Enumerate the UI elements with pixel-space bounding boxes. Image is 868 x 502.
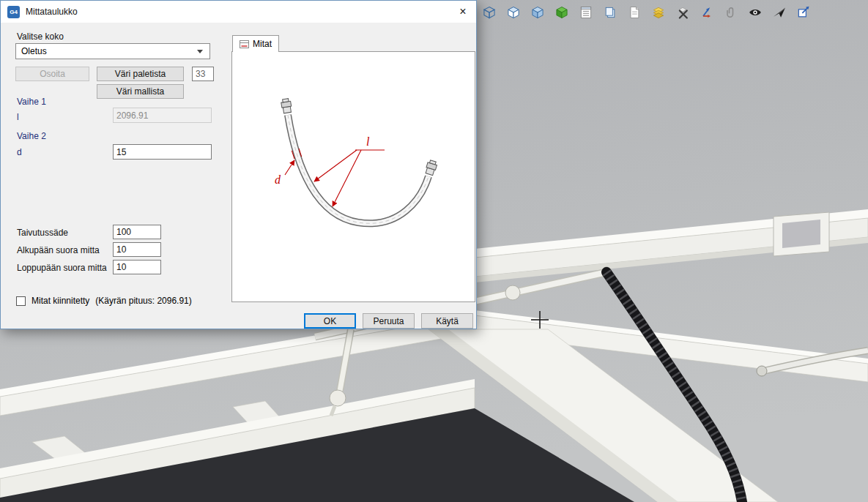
dimensions-locked-label: Mitat kiinnitetty bbox=[31, 296, 89, 306]
parts-list-icon[interactable] bbox=[577, 4, 595, 21]
coordinate-axis-icon[interactable] bbox=[698, 4, 716, 21]
mitat-tab-icon bbox=[240, 40, 249, 49]
shaded-box-icon[interactable] bbox=[505, 4, 522, 21]
bend-radius-field[interactable] bbox=[113, 225, 161, 239]
length-dimension-label: l bbox=[366, 135, 370, 148]
vaihe1-field-label: l bbox=[17, 112, 19, 122]
vari-mallista-button[interactable]: Väri mallista bbox=[97, 84, 184, 99]
attachment-icon[interactable] bbox=[722, 4, 740, 21]
osoita-button[interactable]: Osoita bbox=[15, 67, 89, 81]
size-dropdown[interactable]: Oletus bbox=[15, 43, 210, 59]
valitse-koko-label: Valitse koko bbox=[17, 31, 64, 42]
tab-mitat-label: Mitat bbox=[253, 39, 272, 49]
curve-length-note: (Käyrän pituus: 2096.91) bbox=[95, 296, 191, 306]
close-button[interactable]: × bbox=[450, 1, 476, 23]
dialog-title: Mittataulukko bbox=[26, 7, 78, 17]
app-icon: G4 bbox=[7, 6, 20, 18]
vaihe2-label: Vaihe 2 bbox=[17, 131, 46, 141]
main-toolbar bbox=[481, 4, 812, 21]
diameter-dimension-label: d bbox=[275, 173, 281, 186]
start-straight-field[interactable] bbox=[113, 242, 161, 257]
fly-mode-icon[interactable] bbox=[771, 4, 788, 21]
mittataulukko-dialog: G4 Mittataulukko × Valitse koko Oletus O… bbox=[0, 0, 477, 329]
layers-icon[interactable] bbox=[650, 4, 667, 21]
dimension-preview-panel: l d bbox=[231, 51, 475, 302]
dialog-titlebar[interactable]: G4 Mittataulukko × bbox=[1, 1, 476, 23]
dimensions-locked-checkbox[interactable] bbox=[16, 296, 26, 306]
diameter-field[interactable] bbox=[113, 144, 212, 160]
palette-number-field[interactable] bbox=[192, 67, 214, 81]
taivutussade-label: Taivutussäde bbox=[17, 228, 68, 238]
dimension-preview-drawing: l d bbox=[232, 52, 475, 301]
ok-button[interactable]: OK bbox=[304, 313, 356, 329]
application-window: G4 Mittataulukko × Valitse koko Oletus O… bbox=[0, 0, 868, 502]
solid-box-icon[interactable] bbox=[529, 4, 546, 21]
green-box-icon[interactable] bbox=[553, 4, 571, 21]
size-dropdown-value: Oletus bbox=[21, 46, 47, 56]
drawing-sheet-icon[interactable] bbox=[626, 4, 643, 21]
dimensions-locked-row: Mitat kiinnitetty (Käyrän pituus: 2096.9… bbox=[16, 296, 192, 306]
end-straight-field[interactable] bbox=[113, 260, 161, 274]
delete-icon[interactable] bbox=[674, 4, 691, 21]
apply-button[interactable]: Käytä bbox=[421, 313, 473, 329]
wireframe-box-icon[interactable] bbox=[481, 4, 498, 21]
vaihe1-label: Vaihe 1 bbox=[17, 97, 46, 107]
length-field bbox=[113, 108, 212, 123]
vari-paletista-button[interactable]: Väri paletista bbox=[97, 67, 184, 81]
tab-mitat[interactable]: Mitat bbox=[232, 35, 279, 52]
alkupaa-label: Alkupään suora mitta bbox=[17, 245, 100, 255]
export-view-icon[interactable] bbox=[795, 4, 812, 21]
cancel-button[interactable]: Peruuta bbox=[363, 313, 415, 329]
visibility-icon[interactable] bbox=[746, 4, 764, 21]
vaihe2-field-label: d bbox=[17, 147, 22, 157]
copy-drawing-icon[interactable] bbox=[601, 4, 619, 21]
loppupaa-label: Loppupään suora mitta bbox=[17, 263, 107, 273]
rect-tube-post bbox=[774, 212, 829, 256]
